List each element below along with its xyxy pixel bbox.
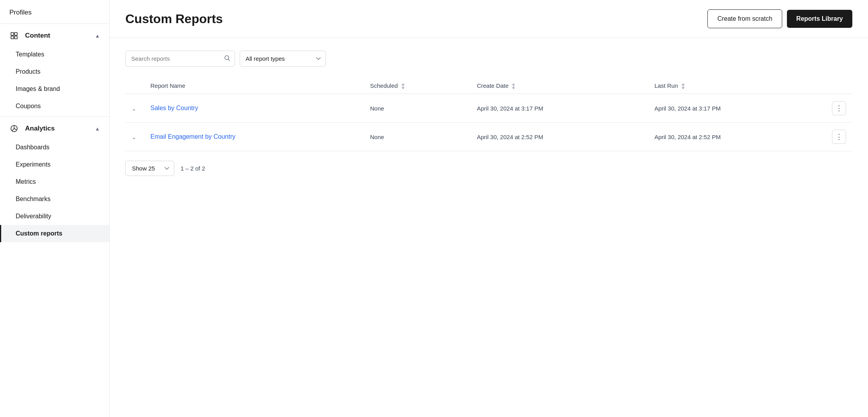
th-report-name: Report Name [144, 78, 364, 94]
sidebar-item-profiles[interactable]: Profiles [0, 3, 109, 22]
reports-table: Report Name Scheduled Cre [125, 78, 852, 151]
sidebar-item-benchmarks-label: Benchmarks [16, 196, 51, 203]
search-wrapper [125, 51, 235, 67]
row1-actions-button[interactable]: ⋮ [832, 101, 846, 115]
sidebar-item-coupons-label: Coupons [16, 103, 41, 110]
row2-expand-cell: ⌄ [125, 123, 144, 151]
content-chevron-icon: ▲ [95, 33, 100, 39]
th-create-date[interactable]: Create Date [470, 78, 648, 94]
sidebar-item-metrics-label: Metrics [16, 178, 36, 185]
filters-row: All report types Email SMS [125, 51, 852, 67]
row2-actions-cell: ⋮ [826, 123, 852, 151]
content-section-label: Content [25, 32, 50, 40]
show-select[interactable]: Show 10 Show 25 Show 50 Show 100 [125, 161, 174, 176]
table-row: ⌄ Sales by Country None April 30, 2024 a… [125, 94, 852, 123]
main-content: Custom Reports Create from scratch Repor… [110, 0, 868, 417]
sidebar-item-experiments-label: Experiments [16, 161, 51, 168]
row1-name-link[interactable]: Sales by Country [150, 105, 198, 112]
sidebar-item-templates[interactable]: Templates [0, 46, 109, 63]
analytics-section-header-inner: Analytics [9, 124, 55, 133]
create-from-scratch-button[interactable]: Create from scratch [707, 9, 782, 28]
content-section-icon [9, 31, 19, 40]
sidebar-item-custom-reports[interactable]: Custom reports [0, 225, 109, 242]
row1-expand-cell: ⌄ [125, 94, 144, 123]
sidebar-section-content[interactable]: Content ▲ [0, 25, 109, 46]
row2-name-link[interactable]: Email Engagement by Country [150, 133, 235, 140]
row1-expand-chevron[interactable]: ⌄ [132, 105, 136, 112]
row1-scheduled-cell: None [364, 94, 471, 123]
row2-actions-button[interactable]: ⋮ [832, 130, 846, 144]
row2-scheduled-cell: None [364, 123, 471, 151]
th-create-date-label: Create Date [477, 82, 508, 89]
row1-name-inner: Sales by Country [150, 105, 358, 112]
th-last-run[interactable]: Last Run [648, 78, 826, 94]
sidebar-item-products[interactable]: Products [0, 63, 109, 80]
svg-rect-1 [14, 33, 17, 35]
sidebar-item-custom-reports-label: Custom reports [16, 230, 62, 237]
pagination-info: 1 – 2 of 2 [181, 165, 205, 172]
content-section-header-inner: Content [9, 31, 50, 40]
sidebar-item-coupons[interactable]: Coupons [0, 98, 109, 115]
sidebar-item-products-label: Products [16, 68, 40, 75]
page-title: Custom Reports [125, 12, 223, 26]
row1-actions-cell: ⋮ [826, 94, 852, 123]
th-actions [826, 78, 852, 94]
show-select-wrapper: Show 10 Show 25 Show 50 Show 100 [125, 161, 174, 176]
sidebar-item-experiments[interactable]: Experiments [0, 156, 109, 173]
th-scheduled[interactable]: Scheduled [364, 78, 471, 94]
sidebar-section-analytics[interactable]: Analytics ▲ [0, 118, 109, 139]
sidebar-item-dashboards-label: Dashboards [16, 144, 49, 151]
header-buttons: Create from scratch Reports Library [707, 9, 852, 28]
sidebar: Profiles Content ▲ Templates Products Im… [0, 0, 110, 417]
th-last-run-label: Last Run [655, 82, 678, 89]
sidebar-item-profiles-label: Profiles [9, 9, 32, 16]
sidebar-divider-2 [0, 116, 109, 117]
th-report-name-label: Report Name [150, 82, 185, 89]
content-area: All report types Email SMS Report Name S… [110, 38, 868, 417]
search-input[interactable] [125, 51, 235, 67]
row1-create-date-cell: April 30, 2024 at 3:17 PM [470, 94, 648, 123]
analytics-section-label: Analytics [25, 125, 55, 132]
table-header-row: Report Name Scheduled Cre [125, 78, 852, 94]
sidebar-item-dashboards[interactable]: Dashboards [0, 139, 109, 156]
sidebar-item-metrics[interactable]: Metrics [0, 173, 109, 190]
svg-rect-0 [11, 33, 14, 35]
th-expand [125, 78, 144, 94]
svg-rect-3 [14, 36, 17, 39]
row2-create-date-cell: April 30, 2024 at 2:52 PM [470, 123, 648, 151]
row2-expand-chevron[interactable]: ⌄ [132, 134, 136, 140]
row1-last-run-cell: April 30, 2024 at 3:17 PM [648, 94, 826, 123]
table-row: ⌄ Email Engagement by Country None April… [125, 123, 852, 151]
report-type-select[interactable]: All report types Email SMS [240, 51, 326, 67]
analytics-section-icon [9, 124, 19, 133]
pagination-row: Show 10 Show 25 Show 50 Show 100 1 – 2 o… [125, 161, 852, 176]
row2-last-run-cell: April 30, 2024 at 2:52 PM [648, 123, 826, 151]
sidebar-item-templates-label: Templates [16, 51, 44, 58]
svg-rect-2 [11, 36, 14, 39]
analytics-chevron-icon: ▲ [95, 126, 100, 132]
row2-name-inner: Email Engagement by Country [150, 133, 358, 140]
sidebar-item-images-brand-label: Images & brand [16, 85, 60, 92]
row1-name-cell: Sales by Country [144, 94, 364, 123]
row2-name-cell: Email Engagement by Country [144, 123, 364, 151]
sidebar-item-images-brand[interactable]: Images & brand [0, 80, 109, 98]
page-header: Custom Reports Create from scratch Repor… [110, 0, 868, 38]
sidebar-item-deliverability-label: Deliverability [16, 213, 51, 220]
reports-library-button[interactable]: Reports Library [787, 10, 852, 28]
sidebar-item-deliverability[interactable]: Deliverability [0, 208, 109, 225]
sidebar-divider-1 [0, 24, 109, 24]
last-run-sort-icon [681, 83, 685, 89]
sidebar-item-benchmarks[interactable]: Benchmarks [0, 190, 109, 208]
th-scheduled-label: Scheduled [370, 82, 398, 89]
create-date-sort-icon [512, 83, 515, 89]
scheduled-sort-icon [401, 83, 405, 89]
